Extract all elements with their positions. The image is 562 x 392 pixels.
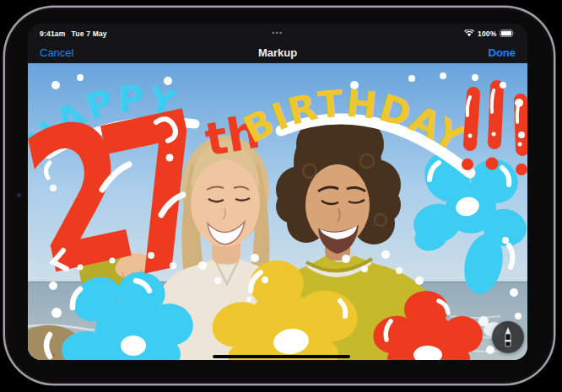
pen-tool-button[interactable] — [492, 321, 524, 353]
front-camera-icon — [15, 191, 23, 199]
page-background: 9:41am Tue 7 May 100% • — [0, 0, 562, 392]
photo-scene: HAPPY 2 7 — [28, 63, 527, 360]
home-indicator[interactable] — [213, 355, 350, 358]
done-button[interactable]: Done — [489, 41, 516, 63]
status-bar: 9:41am Tue 7 May 100% • — [28, 24, 527, 41]
ipad-screen: 9:41am Tue 7 May 100% • — [28, 24, 527, 360]
markup-toolbar: Cancel Markup Done — [28, 41, 527, 63]
photo-markup-canvas[interactable]: HAPPY 2 7 — [28, 63, 527, 360]
status-center-indicator: ••• — [28, 29, 527, 36]
page-title: Markup — [28, 46, 527, 59]
ipad-device-frame: 9:41am Tue 7 May 100% • — [5, 8, 554, 384]
cancel-button[interactable]: Cancel — [40, 41, 73, 63]
marker-pen-icon — [492, 321, 524, 353]
